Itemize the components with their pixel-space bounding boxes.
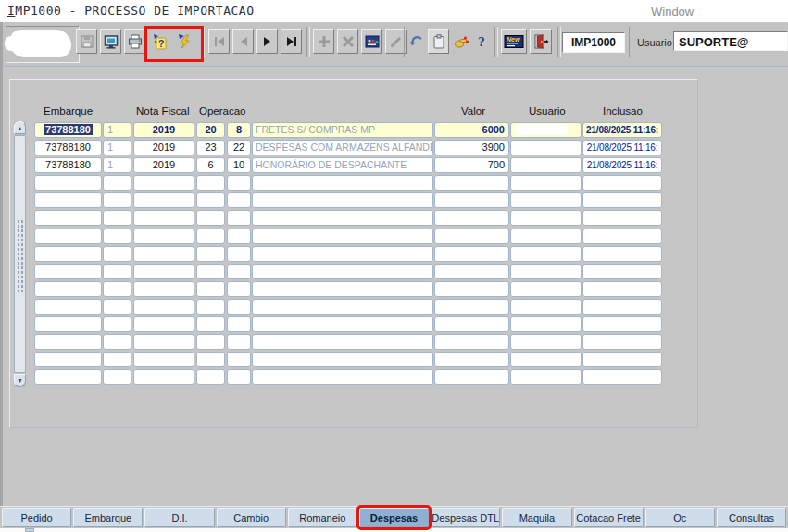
execute-query-button[interactable] bbox=[173, 29, 194, 54]
cell-descricao[interactable] bbox=[252, 352, 433, 367]
cell-operacao[interactable] bbox=[196, 246, 225, 262]
cell-embarque[interactable] bbox=[34, 352, 102, 367]
cell-descricao[interactable] bbox=[252, 369, 433, 385]
list-of-values-button[interactable] bbox=[361, 29, 382, 54]
cell-seq[interactable] bbox=[103, 210, 131, 226]
table-row[interactable] bbox=[0, 368, 699, 386]
cell-operacao2[interactable] bbox=[227, 281, 251, 297]
first-record-button[interactable] bbox=[208, 29, 230, 54]
cell-usuario[interactable] bbox=[510, 175, 582, 191]
cell-descricao[interactable]: FRETES S/ COMPRAS MP bbox=[252, 122, 433, 138]
table-row[interactable] bbox=[0, 333, 699, 351]
cell-valor[interactable] bbox=[434, 264, 509, 279]
cell-usuario[interactable] bbox=[510, 210, 582, 226]
cell-descricao[interactable] bbox=[252, 192, 433, 208]
cell-inclusao[interactable]: 21/08/2025 11:16: bbox=[582, 157, 662, 173]
cell-operacao2[interactable] bbox=[227, 316, 251, 332]
table-row[interactable] bbox=[0, 209, 699, 227]
table-row[interactable] bbox=[0, 263, 699, 280]
cell-operacao[interactable] bbox=[196, 281, 225, 297]
cell-seq[interactable] bbox=[103, 369, 131, 385]
table-row[interactable] bbox=[0, 298, 699, 315]
cell-operacao2[interactable]: 22 bbox=[227, 140, 251, 155]
cell-valor[interactable] bbox=[434, 334, 509, 350]
help-button[interactable]: ? bbox=[472, 29, 491, 54]
cell-nota_fiscal[interactable]: 2019 bbox=[133, 157, 194, 173]
cell-usuario[interactable] bbox=[510, 369, 582, 385]
cell-nota_fiscal[interactable] bbox=[133, 316, 194, 332]
cell-operacao2[interactable] bbox=[227, 299, 251, 315]
cell-operacao2[interactable] bbox=[227, 210, 251, 226]
table-row[interactable] bbox=[0, 280, 699, 298]
cell-usuario[interactable] bbox=[510, 192, 582, 208]
cell-valor[interactable] bbox=[434, 281, 509, 297]
cell-operacao[interactable]: 6 bbox=[196, 157, 225, 173]
cell-valor[interactable] bbox=[434, 192, 509, 208]
cell-operacao2[interactable]: 10 bbox=[227, 157, 251, 173]
cell-nota_fiscal[interactable] bbox=[133, 192, 194, 208]
cell-seq[interactable] bbox=[103, 264, 131, 279]
table-row[interactable]: 73788180120192322DESPESAS COM ARMAZENS A… bbox=[0, 139, 699, 156]
tab-pedido[interactable]: Pedido bbox=[2, 508, 71, 527]
tab-cotacao-frete[interactable]: Cotacao Frete bbox=[574, 508, 644, 527]
cell-usuario[interactable] bbox=[510, 246, 582, 262]
save-button[interactable] bbox=[76, 29, 97, 54]
cell-descricao[interactable]: DESPESAS COM ARMAZENS ALFANDEGADO bbox=[252, 140, 433, 155]
cell-nota_fiscal[interactable] bbox=[133, 281, 194, 297]
cell-inclusao[interactable] bbox=[582, 352, 662, 367]
cell-embarque[interactable] bbox=[34, 281, 102, 297]
cell-seq[interactable] bbox=[103, 334, 131, 350]
cell-nota_fiscal[interactable] bbox=[133, 175, 194, 191]
tab-maquila[interactable]: Maquila bbox=[502, 508, 571, 527]
cell-embarque[interactable] bbox=[34, 246, 102, 262]
cell-embarque[interactable]: 73788180 bbox=[34, 122, 102, 138]
cell-usuario[interactable] bbox=[510, 157, 582, 173]
cell-descricao[interactable] bbox=[252, 334, 433, 350]
table-row[interactable] bbox=[0, 174, 699, 192]
cell-inclusao[interactable] bbox=[582, 192, 662, 208]
cell-embarque[interactable] bbox=[34, 369, 102, 385]
tab-d-i-[interactable]: D.I. bbox=[144, 508, 214, 527]
cell-inclusao[interactable] bbox=[582, 369, 662, 385]
cell-descricao[interactable] bbox=[252, 175, 433, 191]
cell-inclusao[interactable] bbox=[582, 299, 662, 315]
cell-inclusao[interactable] bbox=[582, 334, 662, 350]
cell-inclusao[interactable] bbox=[582, 246, 662, 262]
cell-seq[interactable] bbox=[103, 246, 131, 262]
cell-usuario[interactable] bbox=[510, 229, 582, 244]
cell-operacao2[interactable] bbox=[227, 229, 251, 244]
cell-seq[interactable] bbox=[103, 299, 131, 315]
cell-embarque[interactable]: 73788180 bbox=[34, 157, 102, 173]
cell-nota_fiscal[interactable] bbox=[133, 334, 194, 350]
cell-nota_fiscal[interactable] bbox=[133, 352, 194, 367]
cell-nota_fiscal[interactable] bbox=[133, 264, 194, 279]
rollback-button[interactable] bbox=[407, 29, 426, 54]
cell-valor[interactable] bbox=[434, 210, 509, 226]
cell-inclusao[interactable] bbox=[582, 175, 662, 191]
table-row[interactable] bbox=[0, 192, 699, 209]
last-record-button[interactable] bbox=[281, 29, 302, 54]
cell-operacao2[interactable] bbox=[227, 334, 251, 350]
cell-descricao[interactable] bbox=[252, 246, 433, 262]
cell-inclusao[interactable]: 21/08/2025 11:16: bbox=[582, 140, 662, 155]
cell-inclusao[interactable]: 21/08/2025 11:16: bbox=[582, 122, 662, 138]
cell-inclusao[interactable] bbox=[582, 229, 662, 244]
cell-embarque[interactable] bbox=[34, 192, 102, 208]
cell-seq[interactable] bbox=[103, 281, 131, 297]
tab-oc[interactable]: Oc bbox=[645, 508, 715, 527]
cell-embarque[interactable] bbox=[34, 210, 102, 226]
cell-seq[interactable]: 1 bbox=[103, 122, 131, 138]
cell-operacao[interactable] bbox=[196, 316, 225, 332]
cell-inclusao[interactable] bbox=[582, 316, 662, 332]
cell-seq[interactable] bbox=[103, 229, 131, 244]
next-record-button[interactable] bbox=[256, 29, 278, 54]
cell-valor[interactable] bbox=[434, 246, 509, 262]
cell-embarque[interactable] bbox=[34, 299, 102, 315]
cell-valor[interactable] bbox=[434, 229, 509, 244]
cell-seq[interactable] bbox=[103, 175, 131, 191]
cell-operacao2[interactable] bbox=[227, 175, 251, 191]
cell-operacao[interactable] bbox=[196, 334, 225, 350]
cell-seq[interactable]: 1 bbox=[103, 157, 131, 173]
cell-operacao[interactable] bbox=[196, 264, 225, 279]
table-row[interactable] bbox=[0, 351, 699, 368]
